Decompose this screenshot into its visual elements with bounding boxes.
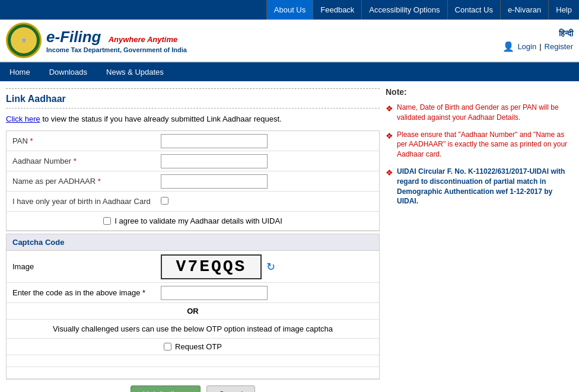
agree-checkbox[interactable] (103, 217, 111, 225)
captcha-image-row: Image V7EQQS ↻ (7, 251, 379, 283)
top-nav-about-us[interactable]: About Us (266, 0, 313, 20)
captcha-input-row: Enter the code as in the above image * (7, 283, 379, 303)
year-only-row: I have only year of birth in Aadhaar Car… (7, 192, 379, 212)
bullet-icon-3: ❖ (386, 167, 393, 206)
status-link-text: Click here to view the status if you hav… (6, 114, 380, 123)
note-item-1: ❖ Name, Date of Birth and Gender as per … (386, 103, 570, 123)
site-tagline: Anywhere Anytime (109, 35, 178, 44)
site-branding: e-Filing Anywhere Anytime Income Tax Dep… (46, 28, 187, 53)
login-register-area: 👤 Login | Register (502, 41, 573, 52)
click-here-link[interactable]: Click here (6, 114, 40, 123)
year-only-checkbox[interactable] (161, 197, 168, 205)
name-label: Name as per AADHAAR * (7, 173, 161, 189)
site-header: 🏛️ e-Filing Anywhere Anytime Income Tax … (0, 20, 579, 62)
captcha-code-input-container (161, 284, 379, 302)
note-item-3: ❖ UIDAI Circular F. No. K-11022/631/2017… (386, 167, 570, 206)
main-form: PAN * Aadhaar Number * Name as per AADHA… (6, 130, 380, 231)
note-area: Note: ❖ Name, Date of Birth and Gender a… (386, 87, 570, 392)
note-list: ❖ Name, Date of Birth and Gender as per … (386, 103, 570, 206)
or-separator: OR (7, 303, 379, 320)
top-nav-accessibility[interactable]: Accessibility Options (361, 0, 447, 20)
refresh-captcha-icon[interactable]: ↻ (266, 260, 275, 273)
note-item-2: ❖ Please ensure that "Aadhaar Number" an… (386, 130, 570, 160)
main-navigation: Home Downloads News & Updates (0, 62, 579, 81)
note-item-1-text: Name, Date of Birth and Gender as per PA… (397, 103, 570, 123)
bullet-icon-2: ❖ (386, 130, 393, 160)
cancel-button[interactable]: Cancel (206, 385, 255, 392)
captcha-img-area: V7EQQS ↻ (161, 254, 275, 279)
top-nav-feedback[interactable]: Feedback (313, 0, 361, 20)
captcha-code-label: Enter the code as in the above image * (7, 285, 161, 301)
login-link[interactable]: Login (517, 42, 536, 51)
captcha-image: V7EQQS (161, 254, 262, 279)
spacer-row-1 (7, 355, 379, 367)
pan-label: PAN * (7, 133, 161, 149)
captcha-header: Captcha Code (7, 234, 379, 251)
note-title: Note: (386, 87, 570, 97)
request-otp-checkbox[interactable] (164, 343, 171, 350)
top-navigation: About Us Feedback Accessibility Options … (0, 0, 579, 20)
gov-logo: 🏛️ (6, 23, 42, 58)
form-area: Link Aadhaar Click here to view the stat… (6, 87, 380, 392)
otp-description: Visually challenged users can use the be… (7, 320, 379, 339)
captcha-image-label: Image (7, 259, 161, 275)
name-aadhaar-row: Name as per AADHAAR * (7, 171, 379, 192)
nav-home[interactable]: Home (0, 62, 40, 81)
page-title: Link Aadhaar (6, 88, 380, 109)
name-input-container (161, 173, 379, 190)
note-item-3-text: UIDAI Circular F. No. K-11022/631/2017-U… (397, 167, 570, 206)
button-row: Link Aadhaar Cancel (6, 380, 380, 392)
top-nav-contact-us[interactable]: Contact Us (447, 0, 500, 20)
user-icon: 👤 (502, 41, 514, 52)
page-content: Link Aadhaar Click here to view the stat… (0, 81, 579, 392)
pan-input-container (161, 132, 379, 150)
spacer-row-2 (7, 367, 379, 379)
nav-downloads[interactable]: Downloads (40, 62, 97, 81)
agree-label: I agree to validate my Aadhaar details w… (114, 216, 282, 225)
captcha-code-input[interactable] (161, 286, 268, 300)
pan-row: PAN * (7, 131, 379, 151)
agree-row: I agree to validate my Aadhaar details w… (7, 212, 379, 231)
note-item-2-text: Please ensure that "Aadhaar Number" and … (397, 130, 570, 160)
name-input[interactable] (161, 174, 268, 189)
year-only-label: I have only year of birth in Aadhaar Car… (7, 193, 161, 209)
pan-input[interactable] (161, 134, 268, 148)
register-link[interactable]: Register (545, 42, 573, 51)
hindi-link[interactable]: हिन्दी (559, 28, 573, 39)
header-right: हिन्दी 👤 Login | Register (502, 28, 573, 52)
bullet-icon-1: ❖ (386, 103, 393, 123)
link-aadhaar-button[interactable]: Link Aadhaar (131, 385, 201, 392)
aadhaar-label: Aadhaar Number * (7, 153, 161, 169)
aadhaar-input[interactable] (161, 154, 268, 168)
top-nav-help[interactable]: Help (548, 0, 579, 20)
aadhaar-number-row: Aadhaar Number * (7, 151, 379, 171)
request-otp-label: Request OTP (175, 342, 222, 351)
site-subtitle: Income Tax Department, Government of Ind… (46, 46, 187, 53)
year-only-checkbox-container (161, 195, 379, 208)
otp-checkbox-row: Request OTP (7, 339, 379, 355)
captcha-section: Captcha Code Image V7EQQS ↻ Enter the co… (6, 234, 380, 380)
aadhaar-input-container (161, 152, 379, 170)
nav-news-updates[interactable]: News & Updates (97, 62, 173, 81)
site-title: e-Filing Anywhere Anytime (46, 28, 187, 46)
top-nav-e-nivaran[interactable]: e-Nivaran (500, 0, 548, 20)
